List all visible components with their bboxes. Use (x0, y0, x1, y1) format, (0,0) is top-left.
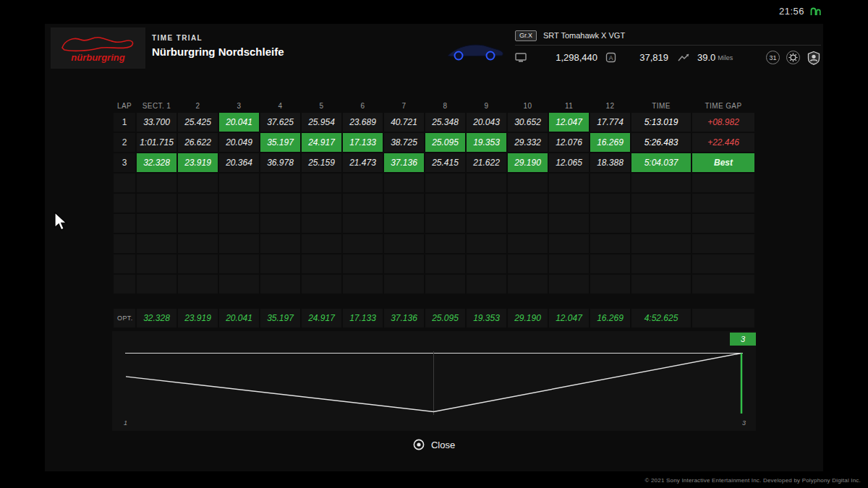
empty-cell (178, 174, 218, 192)
empty-cell (467, 174, 506, 192)
optimal-sector-cell: 16.269 (590, 309, 630, 328)
empty-cell (590, 214, 630, 233)
column-header: 9 (467, 100, 506, 111)
optimal-time-cell: 4:52.625 (631, 309, 691, 328)
empty-lap-row (114, 254, 754, 273)
column-header: 2 (178, 100, 218, 111)
empty-cell (508, 194, 548, 213)
x-axis-start-label: 1 (124, 419, 127, 427)
sector-time-cell: 24.917 (302, 133, 341, 152)
optimal-sector-cell: 23.919 (178, 309, 218, 328)
empty-cell (508, 254, 548, 273)
odometer-unit: Miles (718, 54, 733, 61)
sector-time-cell: 25.095 (425, 133, 465, 152)
close-button[interactable]: Close (45, 439, 823, 450)
optimal-sector-cell: 35.197 (260, 309, 300, 328)
empty-cell (549, 174, 589, 192)
empty-cell (425, 254, 465, 273)
empty-cell (178, 214, 218, 233)
column-header: SECT. 1 (137, 100, 176, 111)
empty-cell (590, 194, 630, 213)
stats-graph-icon (678, 53, 690, 62)
column-header: 4 (260, 100, 300, 111)
empty-cell (631, 275, 691, 294)
column-header: 5 (302, 100, 341, 111)
empty-lap-row (114, 275, 754, 294)
empty-cell (384, 275, 424, 294)
avatar-icon (807, 51, 821, 65)
copyright-text: © 2021 Sony Interactive Entertainment In… (644, 477, 861, 484)
time-gap-cell: +08.982 (692, 113, 754, 132)
column-header: 12 (590, 100, 630, 111)
empty-cell (425, 275, 465, 294)
title-block: TIME TRIAL Nürburgring Nordschleife (152, 34, 284, 58)
empty-cell (631, 194, 691, 213)
sector-time-cell: 20.049 (219, 133, 259, 152)
empty-cell (302, 214, 341, 233)
column-header: 7 (384, 100, 424, 111)
page-title: Nürburgring Nordschleife (152, 46, 284, 58)
sector-time-cell: 20.041 (219, 113, 259, 132)
time-gap-cell: +22.446 (692, 133, 754, 152)
empty-cell (549, 194, 589, 213)
empty-cell (219, 174, 259, 192)
sector-time-cell: 36.978 (260, 153, 300, 172)
current-lap-badge: 3 (730, 333, 756, 346)
empty-cell (425, 174, 465, 192)
sector-time-cell: 37.625 (260, 113, 300, 132)
close-button-label: Close (431, 440, 455, 450)
gear-icon (786, 51, 800, 64)
empty-cell (590, 174, 630, 192)
profile-icons: 31 (766, 51, 821, 65)
empty-cell (692, 309, 754, 328)
sector-time-cell: 12.076 (549, 133, 589, 152)
empty-cell (425, 234, 465, 253)
credits-icon: A (605, 52, 616, 63)
car-status-cluster: Gr.X SRT Tomahawk X VGT 1,298,440 A 37,8… (439, 27, 821, 71)
empty-cell (343, 254, 383, 273)
empty-cell (114, 214, 135, 233)
empty-cell (114, 194, 135, 213)
empty-cell (384, 234, 424, 253)
optimal-sector-cell: 29.190 (508, 309, 548, 328)
empty-cell (692, 254, 754, 273)
empty-cell (114, 174, 135, 192)
sector-time-cell: 30.652 (508, 113, 548, 132)
column-header: LAP (114, 100, 135, 111)
empty-cell (178, 275, 218, 294)
sector-time-cell: 18.388 (590, 153, 630, 172)
empty-cell (508, 214, 548, 233)
optimal-sector-cell: 37.136 (384, 309, 424, 328)
empty-cell (178, 194, 218, 213)
empty-cell (343, 275, 383, 294)
column-header: 8 (425, 100, 465, 111)
empty-cell (114, 254, 135, 273)
sector-time-cell: 32.328 (137, 153, 176, 172)
empty-cell (508, 275, 548, 294)
empty-cell (137, 174, 176, 192)
empty-cell (631, 254, 691, 273)
sector-time-cell: 20.043 (467, 113, 506, 132)
column-header: TIME (631, 100, 691, 111)
column-header: TIME GAP (692, 100, 754, 111)
sector-time-cell: 20.364 (219, 153, 259, 172)
empty-cell (508, 174, 548, 192)
empty-cell (137, 275, 176, 294)
optimal-sector-cell: 17.133 (343, 309, 383, 328)
empty-cell (137, 194, 176, 213)
empty-cell (590, 234, 630, 253)
driver-level-badge: 31 (766, 51, 780, 64)
optimal-sector-cell: 20.041 (219, 309, 259, 328)
lap-number-cell: 1 (114, 113, 135, 132)
car-info: Gr.X SRT Tomahawk X VGT 1,298,440 A 37,8… (515, 30, 821, 65)
sector-time-cell: 29.190 (508, 153, 548, 172)
optimal-sector-cell: 24.917 (302, 309, 341, 328)
sector-time-cell: 23.689 (343, 113, 383, 132)
empty-cell (631, 214, 691, 233)
content-panel: nürburgring TIME TRIAL Nürburgring Nords… (45, 24, 823, 471)
lap-row: 332.32823.91920.36436.97825.15921.47337.… (114, 153, 754, 172)
lap-time-cell: 5:04.037 (631, 153, 691, 172)
column-header: 11 (549, 100, 589, 111)
empty-cell (692, 174, 754, 192)
column-header: 3 (219, 100, 259, 111)
